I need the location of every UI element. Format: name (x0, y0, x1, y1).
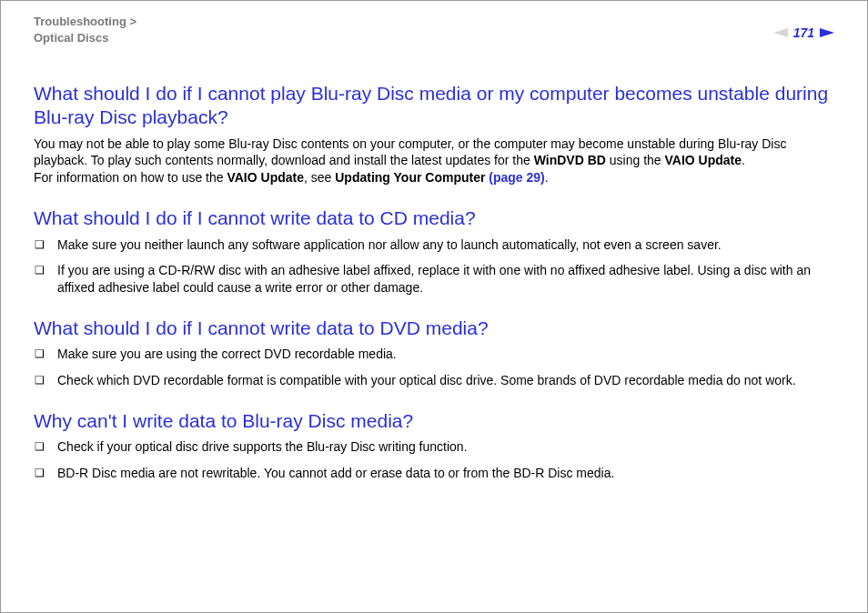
bullet-list: Make sure you neither launch any softwar… (34, 236, 834, 297)
breadcrumb-line1: Troubleshooting > (34, 15, 136, 28)
list-item: Check if your optical disc drive support… (34, 438, 834, 456)
section-heading: What should I do if I cannot write data … (34, 317, 834, 340)
section-paragraph: You may not be able to play some Blu-ray… (34, 136, 834, 187)
page-header: Troubleshooting > Optical Discs 171 (34, 14, 834, 45)
page-content: What should I do if I cannot play Blu-ra… (34, 45, 834, 482)
svg-marker-0 (773, 28, 788, 37)
breadcrumb: Troubleshooting > Optical Discs (34, 14, 136, 45)
page-number: 171 (793, 25, 814, 40)
breadcrumb-line2: Optical Discs (34, 31, 108, 45)
page-reference-link[interactable]: (page 29) (489, 170, 544, 185)
list-item: Make sure you are using the correct DVD … (34, 346, 834, 363)
list-item: Check which DVD recordable format is com… (34, 372, 834, 389)
document-page: Troubleshooting > Optical Discs 171 What… (0, 0, 868, 613)
list-item: If you are using a CD-R/RW disc with an … (34, 262, 834, 296)
svg-marker-1 (820, 28, 834, 37)
list-item: BD-R Disc media are not rewritable. You … (34, 465, 834, 482)
section-heading: What should I do if I cannot write data … (34, 206, 834, 230)
list-item: Make sure you neither launch any softwar… (34, 236, 834, 254)
section-heading: Why can't I write data to Blu-ray Disc m… (34, 409, 834, 433)
bullet-list: Check if your optical disc drive support… (34, 438, 834, 482)
pager: 171 (773, 14, 834, 41)
bullet-list: Make sure you are using the correct DVD … (34, 346, 834, 389)
next-page-icon[interactable] (820, 25, 834, 41)
section-heading: What should I do if I cannot play Blu-ra… (34, 82, 834, 130)
prev-page-icon[interactable] (773, 25, 788, 41)
